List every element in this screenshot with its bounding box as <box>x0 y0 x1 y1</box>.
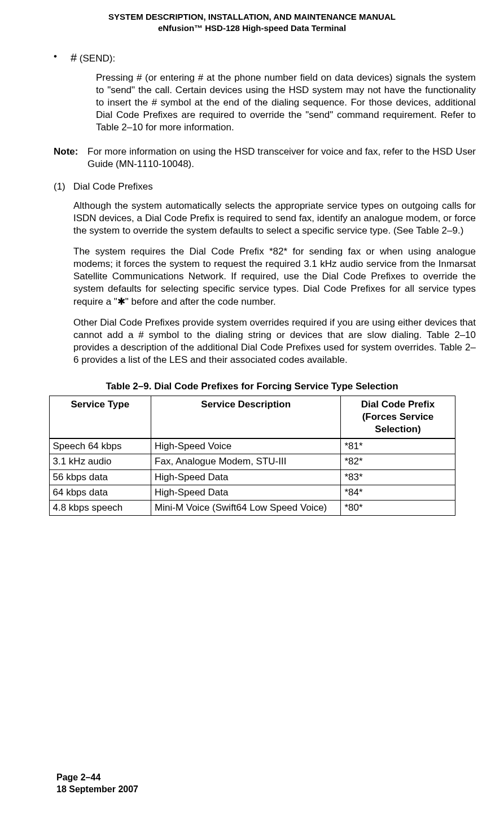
list-title: Dial Code Prefixes <box>73 181 476 193</box>
cell-service-type: Speech 64 kbps <box>49 438 151 454</box>
send-label: (SEND): <box>77 53 115 64</box>
cell-service-type: 4.8 kbps speech <box>49 500 151 515</box>
note-block: Note: For more information on using the … <box>54 146 476 170</box>
cell-dial-code: *82* <box>341 454 455 469</box>
list-item-1: (1) Dial Code Prefixes <box>54 181 476 193</box>
bullet-heading: • # (SEND): <box>54 50 476 65</box>
page-footer: Page 2–44 18 September 2007 <box>56 772 138 796</box>
paragraph-2: The system requires the Dial Code Prefix… <box>73 245 476 308</box>
cell-dial-code: *80* <box>341 500 455 515</box>
cell-service-description: High-Speed Voice <box>151 438 341 454</box>
hash-symbol: # <box>71 51 77 64</box>
th-service-description: Service Description <box>151 396 341 439</box>
table-caption: Table 2–9. Dial Code Prefixes for Forcin… <box>28 380 476 393</box>
cell-service-description: Mini-M Voice (Swift64 Low Speed Voice) <box>151 500 341 515</box>
header-title: SYSTEM DESCRIPTION, INSTALLATION, AND MA… <box>28 11 476 23</box>
cell-service-description: Fax, Analogue Modem, STU-III <box>151 454 341 469</box>
paragraph-1: Although the system automatically select… <box>73 200 476 237</box>
cell-dial-code: *81* <box>341 438 455 454</box>
page-number: Page 2–44 <box>56 772 138 784</box>
header-subtitle: eNfusion™ HSD-128 High-speed Data Termin… <box>28 23 476 34</box>
paragraph-3: Other Dial Code Prefixes provide system … <box>73 317 476 366</box>
cell-service-type: 64 kbps data <box>49 485 151 500</box>
bullet-paragraph: Pressing # (or entering # at the phone n… <box>96 72 476 134</box>
cell-service-type: 56 kbps data <box>49 469 151 485</box>
cell-service-description: High-Speed Data <box>151 469 341 485</box>
table-header-row: Service Type Service Description Dial Co… <box>49 396 455 439</box>
note-label: Note: <box>54 146 87 170</box>
th-dial-code-prefix: Dial Code Prefix (Forces Service Selecti… <box>341 396 455 439</box>
footer-date: 18 September 2007 <box>56 784 138 796</box>
note-text: For more information on using the HSD tr… <box>87 146 476 170</box>
bullet-label: # (SEND): <box>71 50 476 65</box>
table-row: 4.8 kbps speech Mini-M Voice (Swift64 Lo… <box>49 500 455 515</box>
table-row: Speech 64 kbps High-Speed Voice *81* <box>49 438 455 454</box>
document-header: SYSTEM DESCRIPTION, INSTALLATION, AND MA… <box>28 11 476 33</box>
cell-service-description: High-Speed Data <box>151 485 341 500</box>
bullet-marker: • <box>54 50 71 65</box>
cell-dial-code: *83* <box>341 469 455 485</box>
table-row: 3.1 kHz audio Fax, Analogue Modem, STU-I… <box>49 454 455 469</box>
cell-dial-code: *84* <box>341 485 455 500</box>
list-number: (1) <box>54 181 73 193</box>
cell-service-type: 3.1 kHz audio <box>49 454 151 469</box>
bullet-section: • # (SEND): Pressing # (or entering # at… <box>54 50 476 134</box>
th-service-type: Service Type <box>49 396 151 439</box>
dial-code-table: Service Type Service Description Dial Co… <box>49 396 455 516</box>
table-row: 56 kbps data High-Speed Data *83* <box>49 469 455 485</box>
table-row: 64 kbps data High-Speed Data *84* <box>49 485 455 500</box>
